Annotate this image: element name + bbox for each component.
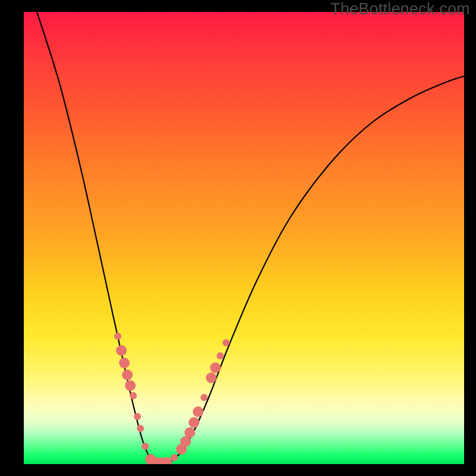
bottleneck-plot (24, 12, 464, 464)
data-marker (201, 394, 208, 401)
data-marker (193, 406, 203, 417)
data-marker (125, 380, 136, 391)
data-marker (122, 369, 133, 380)
data-marker (223, 339, 230, 346)
data-marker (142, 443, 149, 450)
plot-area (24, 12, 464, 464)
data-marker (189, 417, 199, 428)
watermark-text: TheBottleneck.com (330, 0, 470, 18)
chart-frame: TheBottleneck.com (0, 0, 476, 476)
data-marker (130, 392, 137, 399)
markers-group (114, 333, 230, 464)
bottleneck-curve (37, 12, 464, 464)
data-marker (114, 333, 121, 340)
data-marker (119, 358, 130, 368)
data-marker (137, 425, 144, 432)
data-marker (116, 345, 127, 356)
data-marker (171, 454, 178, 461)
data-marker (206, 372, 217, 383)
data-marker (134, 413, 141, 420)
data-marker (217, 352, 224, 359)
data-marker (184, 427, 195, 438)
data-marker (210, 362, 221, 373)
